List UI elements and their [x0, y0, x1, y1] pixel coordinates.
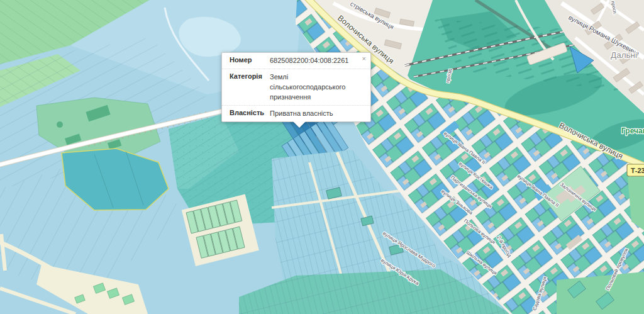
- road-shield-label: Т-23: [631, 167, 644, 174]
- popup-row-ownership: Власність Приватна власність: [222, 105, 370, 121]
- popup-pointer: [292, 121, 306, 128]
- popup-value-category: Землі сільськогосподарського призначення: [270, 72, 363, 103]
- cadastral-map-viewport[interactable]: Т-23 Волочиська вулиця Волочиська вулиця…: [0, 0, 644, 314]
- popup-label-category: Категорія: [230, 72, 270, 103]
- popup-close-button[interactable]: ×: [362, 55, 366, 62]
- popup-row-number: Номер 6825082200:04:008:2261: [222, 53, 370, 69]
- parcel-info-popup: × Номер 6825082200:04:008:2261 Категорія…: [221, 52, 371, 122]
- popup-row-category: Категорія Землі сільськогосподарського п…: [222, 69, 370, 105]
- cadastral-map-svg[interactable]: Т-23 Волочиська вулиця Волочиська вулиця…: [0, 0, 644, 314]
- road-shield: Т-23: [627, 164, 644, 176]
- popup-value-ownership: Приватна власність: [270, 109, 363, 119]
- popup-value-number: 6825082200:04:008:2261: [270, 56, 363, 66]
- place-label-dalni: Дальні: [611, 50, 637, 60]
- popup-label-number: Номер: [230, 56, 270, 66]
- place-label-hrechana: Гречана: [621, 126, 644, 135]
- popup-label-ownership: Власність: [230, 109, 270, 119]
